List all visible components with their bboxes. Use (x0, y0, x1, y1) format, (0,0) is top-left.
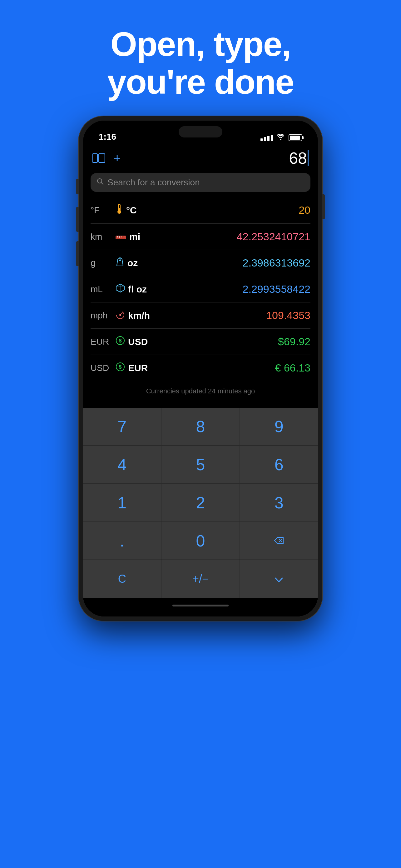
add-conversion-button[interactable]: + (114, 152, 121, 164)
key-3[interactable]: 3 (240, 484, 318, 522)
conversion-row-usd-eur[interactable]: USD $ EUR € 66.13 (91, 355, 310, 381)
keypad-grid: 7 8 9 4 5 6 1 2 3 . 0 (83, 408, 318, 560)
conv-to-5: USD (128, 337, 148, 347)
conv-to-2: oz (127, 258, 138, 269)
wifi-icon (277, 134, 285, 142)
key-plusminus[interactable]: +/− (162, 560, 239, 598)
ruler-icon (115, 231, 126, 242)
conv-to-3: fl oz (128, 284, 147, 294)
svg-rect-1 (99, 154, 105, 162)
key-7[interactable]: 7 (83, 408, 161, 445)
svg-point-19 (120, 315, 121, 316)
conversion-list: °F °C 20 km (83, 197, 318, 381)
conv-result-1: 42.2532410721 (140, 230, 310, 243)
svg-point-6 (118, 210, 121, 214)
conv-result-0: 20 (137, 204, 310, 216)
svg-text:$: $ (119, 364, 122, 370)
currency-update-note: Currencies updated 24 minutes ago (83, 381, 318, 405)
keypad: 7 8 9 4 5 6 1 2 3 . 0 (83, 408, 318, 598)
conv-to-0: °C (126, 205, 137, 216)
conv-to-6: EUR (128, 363, 148, 373)
conv-from-0: °F (91, 205, 112, 215)
hero-title: Open, type, you're done (19, 25, 382, 101)
key-9[interactable]: 9 (240, 408, 318, 445)
currency-eur-icon: $ (115, 336, 125, 347)
dynamic-island (179, 126, 222, 137)
key-decimal[interactable]: . (83, 522, 161, 560)
speedometer-icon (115, 310, 125, 321)
status-icons (261, 134, 302, 142)
key-2[interactable]: 2 (162, 484, 239, 522)
conversion-row-speed[interactable]: mph km/h 109.4353 (91, 303, 310, 329)
side-button-mute (76, 179, 79, 194)
keypad-bottom-row: C +/− (83, 560, 318, 598)
sidebar-toggle-button[interactable] (93, 153, 105, 163)
currency-usd-icon: $ (115, 362, 125, 374)
conversion-row-distance[interactable]: km mi 42.253241072 (91, 224, 310, 250)
conv-to-4: km/h (128, 310, 150, 321)
search-placeholder: Search for a conversion (107, 178, 200, 187)
battery-icon (289, 134, 302, 141)
svg-line-3 (101, 183, 103, 185)
key-1[interactable]: 1 (83, 484, 161, 522)
weight-icon (115, 257, 124, 269)
conv-from-2: g (91, 258, 112, 268)
key-dismiss[interactable] (240, 560, 318, 598)
conv-result-5: $69.92 (148, 336, 310, 348)
key-4[interactable]: 4 (83, 446, 161, 484)
status-time: 1:16 (99, 132, 116, 142)
conv-to-1: mi (129, 231, 140, 242)
key-8[interactable]: 8 (162, 408, 239, 445)
home-indicator (83, 598, 318, 617)
svg-point-13 (119, 259, 121, 260)
conversion-row-volume[interactable]: mL fl oz 2.2993558422 (91, 276, 310, 303)
key-0[interactable]: 0 (162, 522, 239, 560)
conv-from-3: mL (91, 284, 112, 294)
conv-result-6: € 66.13 (148, 362, 310, 374)
svg-text:$: $ (119, 338, 122, 343)
toolbar: + 68 (83, 146, 318, 172)
conv-result-4: 109.4353 (150, 309, 310, 321)
key-clear[interactable]: C (83, 560, 161, 598)
key-5[interactable]: 5 (162, 446, 239, 484)
conv-from-5: EUR (91, 337, 112, 347)
side-button-vol-up (76, 207, 79, 232)
conv-from-1: km (91, 232, 112, 242)
key-backspace[interactable] (240, 522, 318, 560)
cube-icon (115, 283, 125, 295)
conv-result-2: 2.3986313692 (138, 257, 310, 269)
thermometer-icon (115, 204, 123, 217)
phone-outer: 1:16 (79, 116, 322, 621)
conversion-row-eur-usd[interactable]: EUR $ USD $69.92 (91, 329, 310, 355)
hero-section: Open, type, you're done (0, 0, 401, 116)
side-button-vol-down (76, 241, 79, 266)
text-cursor (308, 150, 308, 166)
current-value-display: 68 (289, 149, 307, 167)
search-bar[interactable]: Search for a conversion (91, 173, 310, 192)
search-icon (97, 178, 104, 187)
conv-result-3: 2.2993558422 (147, 283, 310, 295)
conversion-row-temp[interactable]: °F °C 20 (91, 197, 310, 224)
signal-icon (261, 135, 273, 141)
key-6[interactable]: 6 (240, 446, 318, 484)
conv-from-4: mph (91, 311, 112, 320)
conversion-row-weight[interactable]: g oz 2.3986313692 (91, 250, 310, 276)
svg-rect-0 (93, 154, 97, 162)
phone-container: 1:16 (0, 116, 401, 640)
app-content: + 68 Search for a conversi (83, 146, 318, 617)
conv-from-6: USD (91, 363, 112, 373)
phone-screen: 1:16 (83, 121, 318, 617)
side-button-power (322, 194, 325, 219)
